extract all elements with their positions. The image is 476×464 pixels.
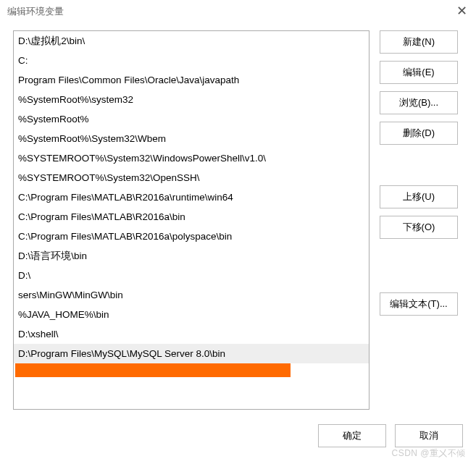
spacer (380, 152, 458, 178)
new-button[interactable]: 新建(N) (380, 30, 458, 54)
list-item[interactable]: C:\Program Files\MATLAB\R2016a\runtime\w… (14, 187, 369, 207)
move-up-button[interactable]: 上移(U) (380, 185, 458, 208)
list-item-selected[interactable]: D:\Program Files\MySQL\MySQL Server 8.0\… (14, 344, 369, 363)
side-buttons: 新建(N) 编辑(E) 浏览(B)... 删除(D) 上移(U) 下移(O) 编… (380, 30, 458, 410)
path-list[interactable]: D:\虚拟机2\bin\ C: Program Files\Common Fil… (13, 30, 369, 410)
spacer (380, 246, 458, 285)
list-item[interactable]: %SystemRoot%\System32\Wbem (14, 129, 369, 148)
list-item[interactable]: %SYSTEMROOT%\System32\OpenSSH\ (14, 168, 369, 187)
edit-text-button[interactable]: 编辑文本(T)... (380, 292, 458, 316)
cancel-button[interactable]: 取消 (395, 424, 463, 447)
dialog-content: D:\虚拟机2\bin\ C: Program Files\Common Fil… (0, 23, 476, 416)
highlight-marker (15, 363, 291, 377)
list-item[interactable]: sers\MinGW\MinGW\bin (14, 285, 369, 305)
watermark: CSDN @重㐅不倾 (391, 447, 466, 460)
list-item[interactable]: C:\Program Files\MATLAB\R2016a\bin (14, 207, 369, 227)
list-item[interactable]: C:\Program Files\MATLAB\R2016a\polyspace… (14, 227, 369, 246)
ok-button[interactable]: 确定 (318, 424, 386, 447)
list-item[interactable]: %SystemRoot% (14, 109, 369, 129)
window-title: 编辑环境变量 (7, 5, 64, 18)
bottom-bar: 确定 取消 (0, 416, 476, 447)
list-item[interactable]: D:\xshell\ (14, 324, 369, 344)
list-item[interactable]: Program Files\Common Files\Oracle\Java\j… (14, 70, 369, 90)
delete-button[interactable]: 删除(D) (380, 122, 458, 145)
title-bar: 编辑环境变量 ✕ (0, 0, 476, 23)
list-item[interactable]: D:\ (14, 266, 369, 285)
list-item[interactable]: %SYSTEMROOT%\System32\WindowsPowerShell\… (14, 148, 369, 168)
list-item[interactable]: %SystemRoot%\system32 (14, 90, 369, 109)
list-item[interactable]: C: (14, 51, 369, 70)
browse-button[interactable]: 浏览(B)... (380, 91, 458, 114)
list-item[interactable]: %JAVA_HOME%\bin (14, 305, 369, 324)
edit-button[interactable]: 编辑(E) (380, 61, 458, 84)
list-item[interactable]: D:\虚拟机2\bin\ (14, 31, 369, 51)
list-item[interactable]: D:\语言环境\bin (14, 246, 369, 266)
move-down-button[interactable]: 下移(O) (380, 216, 458, 239)
close-icon[interactable]: ✕ (456, 3, 467, 19)
